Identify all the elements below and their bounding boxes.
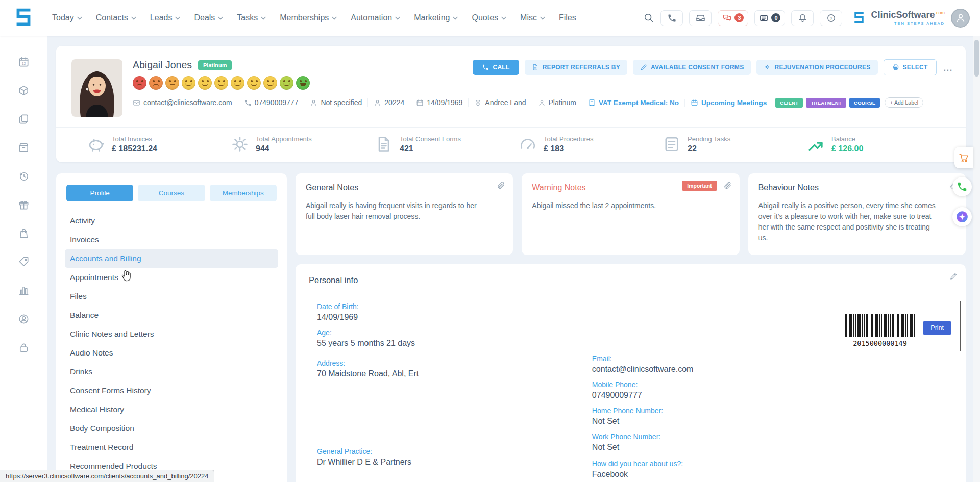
field-dob: Date of Birth:14/09/1969 [317,302,592,322]
mood-icon[interactable] [296,76,310,90]
paperclip-icon[interactable] [723,181,732,190]
history-icon[interactable] [18,170,30,182]
help-button[interactable]: ? [820,10,842,26]
field-value: Not Set [592,417,952,426]
gift-icon[interactable] [18,199,30,211]
nav-item-automation[interactable]: Automation [351,13,400,22]
menu-item-treatment-record[interactable]: Treatment Record [65,438,278,456]
cart-fab[interactable] [954,147,973,168]
pos-button[interactable]: 0 [754,10,785,26]
nav-item-marketing[interactable]: Marketing [414,13,458,22]
support-icon[interactable] [18,313,30,325]
inbox-button[interactable] [689,10,712,26]
mood-icon[interactable] [182,76,195,90]
menu-item-activity[interactable]: Activity [65,212,278,230]
stat-label: Total Consent Forms [400,135,461,143]
add-label-button[interactable]: + Add Label [885,97,923,108]
nav-item-misc[interactable]: Misc [520,13,545,22]
mood-icon[interactable] [263,76,277,90]
consent-forms-button[interactable]: AVAILABLE CONSENT FORMS [633,60,751,75]
menu-item-consent-forms-history[interactable]: Consent Forms History [65,382,278,400]
print-button[interactable]: Print [923,321,951,335]
copy-documents-icon[interactable] [18,113,30,125]
menu-item-drinks[interactable]: Drinks [65,363,278,381]
menu-item-appointments[interactable]: Appointments [65,268,278,287]
menu-item-invoices[interactable]: Invoices [65,231,278,249]
field-value: Not Set [592,443,952,452]
app-logo[interactable] [0,6,47,30]
phone-icon [244,99,252,107]
field-label: Address: [317,359,592,367]
calendar-icon[interactable]: 12 [18,56,30,68]
nav-label: Quotes [472,13,498,22]
search-icon[interactable] [643,12,654,23]
menu-item-body-composition[interactable]: Body Composition [65,419,278,438]
scrollbar-thumb[interactable] [974,40,979,77]
mood-icon[interactable] [247,76,261,90]
paperclip-icon[interactable] [497,181,505,190]
price-tag-icon[interactable] [18,256,30,268]
field-value: 07490009777 [592,391,952,400]
mood-icon[interactable] [231,76,244,90]
stat-label: Total Procedures [544,135,594,143]
mood-icon[interactable] [165,76,179,90]
client-email[interactable]: contact@clinicsoftware.com [133,98,238,107]
menu-item-medical-history[interactable]: Medical History [65,400,278,419]
mood-scale [133,76,923,90]
nav-item-quotes[interactable]: Quotes [472,13,506,22]
nav-label: Today [52,13,74,22]
mood-icon[interactable] [149,76,163,90]
vat-exempt-link[interactable]: VAT Exempt Medical: No [582,99,684,107]
upcoming-meetings-link[interactable]: Upcoming Meetings [684,99,772,107]
shopping-bag-icon[interactable] [18,227,30,239]
sparkle-icon [764,64,771,71]
client-actions: CALL REPORT REFERRALS BY AVAILABLE CONSE… [473,59,952,75]
menu-item-balance[interactable]: Balance [65,306,278,324]
tab-memberships[interactable]: Memberships [210,185,277,201]
tab-profile[interactable]: Profile [66,185,133,201]
chevron-down-icon [501,16,506,20]
stat-value: 944 [256,144,312,154]
mood-icon[interactable] [133,76,146,90]
client-phone[interactable]: 07490009777 [238,98,304,107]
menu-item-accounts-and-billing[interactable]: Accounts and Billing [65,249,278,268]
nav-item-tasks[interactable]: Tasks [237,13,266,22]
call-button[interactable]: CALL [473,60,519,75]
rejuvenation-button[interactable]: REJUVENATION PROCEDURES [756,60,877,75]
label-treatment: TREATMENT [806,98,846,108]
chat-button[interactable]: 3 [718,10,748,26]
menu-item-audio-notes[interactable]: Audio Notes [65,344,278,362]
phone-calls-button[interactable] [660,10,683,26]
client-dob: 14/09/1969 [410,98,468,107]
scrollbar-track[interactable] [973,36,980,482]
nav-item-deals[interactable]: Deals [194,13,223,22]
reports-chart-icon[interactable] [18,285,30,296]
client-photo[interactable] [71,59,122,117]
menu-item-files[interactable]: Files [65,287,278,306]
gauge-icon [519,135,537,154]
stock-box-icon[interactable] [18,142,30,154]
select-button[interactable]: SELECT [884,59,937,75]
packages-icon[interactable] [18,85,30,96]
mood-icon[interactable] [214,76,228,90]
report-referrals-label: REPORT REFERRALS BY [543,64,620,71]
menu-item-clinic-notes[interactable]: Clinic Notes and Letters [65,325,278,343]
lock-icon[interactable] [18,342,30,353]
account-avatar[interactable] [951,9,970,28]
brand-logo[interactable]: ClinicSoftware.com TEN STEPS AHEAD [851,10,945,26]
nav-item-leads[interactable]: Leads [150,13,181,22]
pencil-icon[interactable] [949,272,958,281]
tab-courses[interactable]: Courses [138,185,205,201]
ai-icon [955,210,969,223]
stat-value: 421 [400,144,461,154]
nav-item-today[interactable]: Today [52,13,82,22]
nav-item-files[interactable]: Files [559,13,576,22]
nav-item-memberships[interactable]: Memberships [280,13,337,22]
whatsapp-fab[interactable] [952,177,972,196]
ai-assistant-fab[interactable] [952,207,972,226]
mood-icon[interactable] [280,76,293,90]
notifications-button[interactable] [791,10,814,26]
report-referrals-button[interactable]: REPORT REFERRALS BY [525,60,627,75]
nav-item-contacts[interactable]: Contacts [96,13,136,22]
mood-icon[interactable] [198,76,212,90]
